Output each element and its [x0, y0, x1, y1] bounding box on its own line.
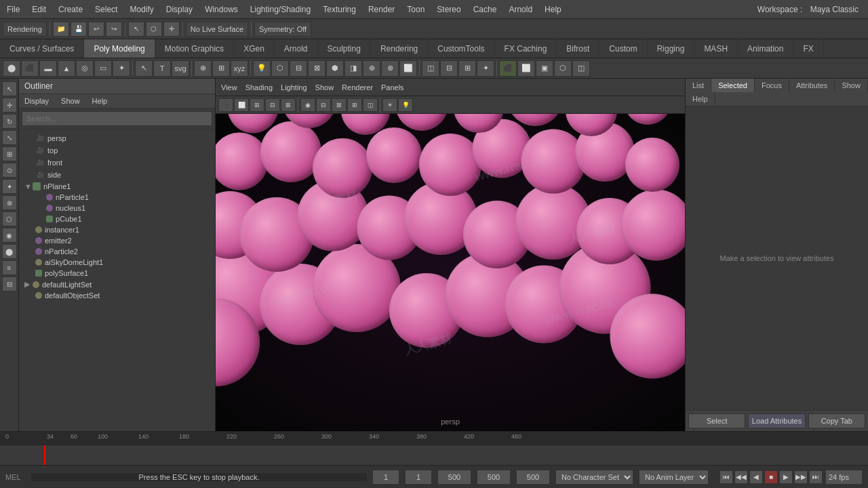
redo-btn[interactable]: ↪: [106, 22, 122, 37]
tree-item-nplane1[interactable]: ▼ nPlane1: [19, 181, 215, 192]
play-btn[interactable]: ▶: [779, 470, 793, 484]
expand-icon-nplane[interactable]: ▼: [24, 182, 31, 190]
text-icon-btn[interactable]: T: [153, 60, 171, 77]
tab-motion-graphics[interactable]: Motion Graphics: [155, 39, 234, 58]
show-manip-btn[interactable]: ⊕: [2, 195, 17, 210]
display-layer-btn[interactable]: ⊟: [2, 277, 17, 291]
skip-to-end-btn[interactable]: ⏭: [809, 470, 823, 484]
vp-shade5-btn[interactable]: ◫: [363, 98, 378, 112]
anim-layer-dropdown[interactable]: No Anim Layer: [639, 470, 709, 485]
vp-menu-view[interactable]: View: [221, 83, 237, 92]
edge2-icon-btn[interactable]: ⊟: [440, 60, 458, 77]
vp-shade3-btn[interactable]: ⊠: [332, 98, 347, 112]
outliner-help-menu[interactable]: Help: [90, 96, 111, 106]
tree-item-emitter2[interactable]: emitter2: [19, 235, 215, 246]
vp-view4-btn[interactable]: ⊠: [281, 98, 296, 112]
tree-item-front[interactable]: 🎥 front: [19, 157, 215, 169]
fill-icon-btn[interactable]: ⬜: [399, 60, 417, 77]
viewport-canvas[interactable]: 人人素材www.rrsc.cc人人素材www.rrsc.cc人人素材www.rr…: [216, 114, 685, 431]
char-set-dropdown[interactable]: No Character Set: [555, 470, 633, 485]
attr-tab-show[interactable]: Show: [835, 79, 868, 92]
svg-icon-btn[interactable]: svg: [172, 60, 189, 77]
grid-icon-btn[interactable]: ⊞: [212, 60, 230, 77]
vp-light2-btn[interactable]: 💡: [398, 98, 413, 112]
tab-customtools[interactable]: CustomTools: [428, 39, 494, 58]
tab-bifrost[interactable]: Bifrost: [557, 39, 599, 58]
cylinder-icon-btn[interactable]: ▬: [39, 60, 57, 77]
vp-menu-show[interactable]: Show: [315, 83, 334, 92]
attr-tab-list[interactable]: List: [686, 79, 711, 92]
vp-light1-btn[interactable]: ☀: [382, 98, 397, 112]
menu-cache[interactable]: Cache: [471, 3, 500, 16]
attr-tab-attributes[interactable]: Attributes: [789, 79, 835, 92]
highlight3-icon-btn[interactable]: ▣: [536, 60, 553, 77]
menu-texturing[interactable]: Texturing: [320, 3, 359, 16]
undo-btn[interactable]: ↩: [88, 22, 104, 37]
tab-arnold[interactable]: Arnold: [275, 39, 318, 58]
tree-item-nparticle1[interactable]: nParticle1: [19, 192, 215, 203]
menu-help[interactable]: Help: [542, 3, 564, 16]
vp-menu-shading[interactable]: Shading: [245, 83, 273, 92]
menu-arnold[interactable]: Arnold: [506, 3, 535, 16]
tree-item-nucleus1[interactable]: nucleus1: [19, 203, 215, 214]
tab-poly-modeling[interactable]: Poly Modeling: [84, 39, 155, 58]
boolean-icon-btn[interactable]: ⊗: [381, 60, 399, 77]
live-surface-dropdown[interactable]: No Live Surface: [186, 22, 248, 37]
layer-btn[interactable]: ≡: [2, 260, 17, 275]
xyz-icon-btn[interactable]: xyz: [231, 60, 248, 77]
mesh3-icon-btn[interactable]: ⊠: [308, 60, 326, 77]
tree-item-aisky[interactable]: aiSkyDomeLight1: [19, 257, 215, 268]
lasso-btn[interactable]: ⬡: [146, 22, 162, 37]
move-tool-btn[interactable]: ✛: [2, 98, 17, 113]
attr-tab-focus[interactable]: Focus: [755, 79, 789, 92]
frame-start-input[interactable]: [372, 470, 399, 485]
lasso-tool-btn[interactable]: ⬡: [2, 211, 17, 226]
menu-create[interactable]: Create: [56, 3, 85, 16]
snap-icon-btn[interactable]: ⊕: [194, 60, 212, 77]
scale-tool-btn[interactable]: ⤡: [2, 130, 17, 145]
soft-mod-btn[interactable]: ⊙: [2, 163, 17, 178]
move-btn[interactable]: ✛: [163, 22, 180, 37]
stop-btn[interactable]: ■: [764, 470, 778, 484]
expand-icon-lightset[interactable]: ▶: [24, 280, 31, 289]
sculpt-btn[interactable]: ✦: [2, 179, 17, 194]
attr-copy-tab-btn[interactable]: Copy Tab: [808, 413, 865, 428]
menu-render[interactable]: Render: [366, 3, 397, 16]
menu-stereo[interactable]: Stereo: [434, 3, 463, 16]
mirror-icon-btn[interactable]: ◨: [344, 60, 362, 77]
vp-shade4-btn[interactable]: ⊞: [347, 98, 362, 112]
rotate-tool-btn[interactable]: ↻: [2, 114, 17, 129]
universal-tool-btn[interactable]: ⊞: [2, 146, 17, 161]
select-icon-btn[interactable]: ↖: [135, 60, 153, 77]
torus-icon-btn[interactable]: ◎: [76, 60, 94, 77]
plane-icon-btn[interactable]: ▭: [94, 60, 112, 77]
vp-shade1-btn[interactable]: ◉: [300, 98, 315, 112]
tab-curves-surfaces[interactable]: Curves / Surfaces: [0, 39, 84, 58]
highlight2-icon-btn[interactable]: ⬜: [517, 60, 535, 77]
attr-tab-selected[interactable]: Selected: [711, 79, 755, 92]
tree-item-defaultlightset[interactable]: ▶ defaultLightSet: [19, 279, 215, 290]
menu-select[interactable]: Select: [92, 3, 120, 16]
tree-item-pcube1[interactable]: pCube1: [19, 214, 215, 224]
render-btn[interactable]: ⬤: [2, 244, 17, 259]
vp-cam-btn[interactable]: 🎥: [218, 98, 233, 112]
edge3-icon-btn[interactable]: ⊞: [458, 60, 476, 77]
menu-lighting[interactable]: Lighting/Shading: [248, 3, 313, 16]
vp-view1-btn[interactable]: ⬜: [234, 98, 249, 112]
highlight4-icon-btn[interactable]: ⬡: [554, 60, 572, 77]
frame-end-input[interactable]: [405, 470, 432, 485]
timeline-playhead[interactable]: [44, 445, 45, 465]
fps-input[interactable]: [825, 470, 863, 485]
vp-menu-panels[interactable]: Panels: [381, 83, 404, 92]
tree-item-persp[interactable]: 🎥 persp: [19, 132, 215, 144]
vp-view2-btn[interactable]: ⊞: [250, 98, 264, 112]
combine-icon-btn[interactable]: ⊕: [363, 60, 380, 77]
sphere-icon-btn[interactable]: ⬤: [3, 60, 20, 77]
menu-modify[interactable]: Modify: [127, 3, 156, 16]
menu-windows[interactable]: Windows: [202, 3, 241, 16]
highlight1-icon-btn[interactable]: ⬛: [499, 60, 517, 77]
vp-shade2-btn[interactable]: ⊟: [316, 98, 331, 112]
vp-menu-renderer[interactable]: Renderer: [342, 83, 373, 92]
outliner-display-menu[interactable]: Display: [22, 96, 52, 106]
tree-item-side[interactable]: 🎥 side: [19, 169, 215, 181]
